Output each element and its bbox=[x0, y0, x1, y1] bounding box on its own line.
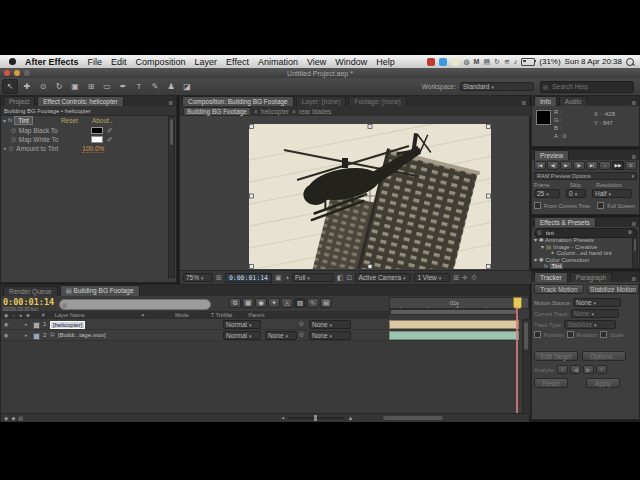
timeline-vertical-scrollbar[interactable] bbox=[522, 319, 531, 415]
last-frame-button[interactable]: ▶| bbox=[586, 161, 598, 170]
show-channel-icon[interactable]: ◑ bbox=[285, 274, 289, 281]
effects-search-input[interactable] bbox=[544, 229, 628, 237]
lock-column-icon[interactable]: ◈ bbox=[26, 313, 30, 318]
eyedropper-icon[interactable]: ✐ bbox=[107, 127, 113, 134]
eraser-tool-icon[interactable]: ◪ bbox=[180, 80, 194, 93]
breadcrumb[interactable]: Building BG Footage • helicopter bbox=[4, 108, 91, 114]
analyze-backward-button[interactable]: ◀ bbox=[570, 365, 581, 374]
parent-pickwhip-icon[interactable]: ◎ bbox=[299, 332, 304, 338]
analyze-forward-button[interactable]: ▶ bbox=[583, 365, 594, 374]
panel-menu-icon[interactable]: ≣ bbox=[521, 99, 529, 106]
twirl-closed-icon[interactable]: ▸ bbox=[4, 146, 7, 151]
transparency-grid-icon[interactable]: ⊡ bbox=[347, 274, 353, 281]
reset-button[interactable]: Reset bbox=[534, 378, 568, 388]
twirl-open-icon[interactable]: ▾ bbox=[534, 237, 537, 243]
zoom-in-mountain-icon[interactable]: ▲ bbox=[347, 415, 353, 421]
edit-target-button[interactable]: Edit Target bbox=[534, 351, 578, 361]
zoom-tool-icon[interactable]: ⊙ bbox=[36, 80, 50, 93]
volume-icon[interactable]: ♪ bbox=[514, 58, 518, 65]
mode-column-header[interactable]: Mode bbox=[175, 312, 189, 318]
workspace-dropdown[interactable]: Standard bbox=[460, 82, 534, 91]
rotation-checkbox[interactable] bbox=[567, 331, 574, 338]
effects-tree-scrollbar[interactable] bbox=[632, 237, 638, 269]
track-matte-dropdown[interactable]: None bbox=[265, 331, 297, 340]
twirl-open-icon[interactable]: ▾ bbox=[534, 257, 537, 263]
camera-tool-icon[interactable]: ▣ bbox=[68, 80, 82, 93]
auto-keyframe-icon[interactable]: ∿ bbox=[307, 298, 319, 308]
zoom-out-mountain-icon[interactable]: ▲ bbox=[281, 416, 285, 421]
number-column-header[interactable]: # bbox=[42, 312, 45, 318]
twirl-open-icon[interactable]: ▾ bbox=[541, 244, 544, 250]
timeline-current-time[interactable]: 0:00:01:14 00039 (25.00 fps) bbox=[3, 297, 54, 312]
tab-effect-controls[interactable]: Effect Controls: helicopter bbox=[37, 96, 123, 106]
time-ruler[interactable]: 01s bbox=[389, 297, 519, 309]
comp-image-helicopter-scene[interactable] bbox=[249, 124, 491, 269]
effect-reset-link[interactable]: Reset bbox=[61, 117, 78, 124]
tab-audio[interactable]: Audio bbox=[559, 96, 588, 106]
sync-icon[interactable]: ↻ bbox=[494, 58, 500, 65]
graph-editor-icon[interactable]: ▤ bbox=[320, 298, 332, 308]
twirl-open-icon[interactable]: ▾ bbox=[3, 118, 6, 124]
tab-paragraph[interactable]: Paragraph bbox=[570, 272, 612, 282]
comp-timecode[interactable]: 0:00:01:14 bbox=[225, 273, 272, 283]
tab-preview[interactable]: Preview bbox=[534, 150, 569, 160]
switches-column-icon[interactable]: ✦ bbox=[141, 313, 145, 318]
effect-row-tint[interactable]: ▾ fx Tint Reset About.. bbox=[1, 116, 176, 125]
menu-window[interactable]: Window bbox=[335, 57, 367, 67]
panel-menu-icon[interactable]: ≣ bbox=[631, 220, 639, 227]
parent-column-header[interactable]: Parent bbox=[248, 312, 264, 318]
panel-menu-icon[interactable]: ≣ bbox=[631, 99, 639, 106]
analyze-backward-fast-button[interactable]: « bbox=[557, 365, 568, 374]
previous-frame-button[interactable]: ◀| bbox=[547, 161, 559, 170]
trkmat-column-header[interactable]: T TrkMat bbox=[211, 312, 233, 318]
loop-button[interactable]: ↻ bbox=[625, 161, 637, 170]
layer-name[interactable]: [Buildi...tage.mov] bbox=[58, 332, 106, 338]
snapshot-icon[interactable]: ▣ bbox=[275, 274, 282, 281]
motion-source-dropdown[interactable]: None bbox=[573, 298, 621, 307]
scale-checkbox[interactable] bbox=[600, 331, 607, 338]
help-search-box[interactable]: ◎ bbox=[540, 81, 634, 93]
clone-stamp-tool-icon[interactable]: ♟ bbox=[164, 80, 178, 93]
position-checkbox[interactable] bbox=[534, 331, 541, 338]
audio-column-icon[interactable]: ♪ bbox=[12, 313, 15, 318]
pan-behind-tool-icon[interactable]: ⊞ bbox=[84, 80, 98, 93]
scrollbar-thumb[interactable] bbox=[524, 322, 528, 350]
help-search-input[interactable] bbox=[550, 82, 632, 91]
map-white-swatch[interactable] bbox=[91, 136, 103, 143]
expand-inout-icon[interactable]: ▤ bbox=[18, 416, 23, 421]
stopwatch-icon[interactable]: ◷ bbox=[9, 146, 14, 152]
eye-column-icon[interactable]: ◉ bbox=[4, 313, 8, 318]
amount-to-tint-value[interactable]: 100.0% bbox=[82, 145, 104, 153]
blend-mode-dropdown[interactable]: Normal bbox=[223, 320, 261, 329]
comp-crumb-active[interactable]: Building BG Footage bbox=[183, 107, 251, 116]
expand-layer-switches-icon[interactable]: ◉ bbox=[4, 416, 8, 421]
layer-bar-helicopter[interactable] bbox=[389, 320, 519, 329]
eyedropper-icon[interactable]: ✐ bbox=[107, 136, 113, 143]
twitter-icon[interactable] bbox=[439, 58, 447, 66]
from-current-time-checkbox[interactable] bbox=[534, 202, 541, 209]
track-motion-button[interactable]: Track Motion bbox=[534, 284, 584, 294]
blend-mode-dropdown[interactable]: Normal bbox=[223, 331, 261, 340]
current-time-indicator-line[interactable] bbox=[516, 307, 518, 413]
tab-tracker[interactable]: Tracker bbox=[534, 272, 568, 282]
timeline-search-box[interactable]: ◎ bbox=[59, 299, 211, 310]
effect-name-tint[interactable]: Tint bbox=[14, 116, 33, 125]
layer-name-edit-field[interactable]: [helicopter] bbox=[50, 321, 85, 329]
camera-dropdown[interactable]: Active Camera bbox=[355, 273, 411, 282]
comp-mini-flowchart-icon[interactable]: ⧉ bbox=[229, 298, 241, 308]
window-titlebar[interactable]: Untitled Project.aep * bbox=[0, 68, 640, 78]
solo-column-icon[interactable]: ● bbox=[19, 313, 22, 318]
fast-preview-icon[interactable]: ✛ bbox=[462, 274, 468, 281]
selection-tool-icon[interactable]: ↖ bbox=[2, 79, 18, 94]
safe-margins-icon[interactable]: ⊞ bbox=[216, 274, 222, 281]
menumeter-icon[interactable]: M bbox=[474, 58, 480, 65]
region-of-interest-icon[interactable]: ◧ bbox=[337, 274, 344, 281]
first-frame-button[interactable]: |◀ bbox=[534, 161, 546, 170]
spotlight-icon[interactable] bbox=[626, 58, 634, 66]
twirl-closed-icon[interactable]: ▸ bbox=[25, 322, 28, 327]
zoom-slider-thumb[interactable] bbox=[314, 415, 317, 421]
map-black-swatch[interactable] bbox=[91, 127, 103, 134]
menu-file[interactable]: File bbox=[88, 57, 103, 67]
label-color-chip[interactable] bbox=[33, 322, 40, 329]
panel-menu-icon[interactable]: ≣ bbox=[168, 99, 176, 106]
